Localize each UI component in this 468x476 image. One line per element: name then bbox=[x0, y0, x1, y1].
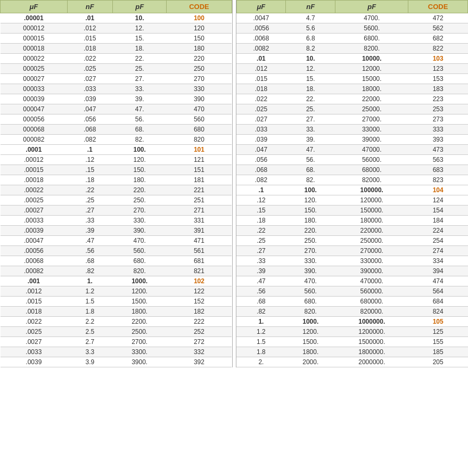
cell-nf: .33 bbox=[67, 216, 112, 226]
cell-code: 100 bbox=[167, 13, 232, 23]
cell-code: 472 bbox=[408, 13, 468, 23]
cell-pf: 1000000. bbox=[335, 317, 408, 327]
cell-pf: 8200. bbox=[335, 44, 408, 54]
cell-code: 150 bbox=[167, 34, 232, 44]
cell-nf: 39. bbox=[286, 135, 335, 145]
cell-uf: .00068 bbox=[1, 256, 68, 266]
cell-pf: 15. bbox=[112, 34, 166, 44]
cell-uf: .056 bbox=[236, 155, 286, 165]
cell-uf: .047 bbox=[236, 145, 286, 155]
table-row: .01515.15000.153 bbox=[236, 74, 468, 84]
cell-uf: .68 bbox=[236, 297, 286, 307]
table-row: .00022.22220.221 bbox=[1, 185, 232, 195]
cell-pf: 270. bbox=[112, 206, 166, 216]
table-row: .00828.28200.822 bbox=[236, 44, 468, 54]
cell-code: 250 bbox=[167, 64, 232, 74]
cell-code: 102 bbox=[167, 276, 232, 286]
cell-nf: 390. bbox=[286, 266, 335, 276]
cell-nf: 82. bbox=[286, 175, 335, 185]
col-header-nf: nF bbox=[286, 1, 335, 13]
table-row: .33330.330000.334 bbox=[236, 256, 468, 266]
cell-pf: 470000. bbox=[335, 276, 408, 286]
cell-nf: .01 bbox=[67, 13, 112, 23]
cell-code: 392 bbox=[167, 357, 232, 367]
cell-pf: 4700. bbox=[335, 13, 408, 23]
cell-nf: 560. bbox=[286, 286, 335, 297]
cell-uf: .0068 bbox=[236, 34, 286, 44]
cell-pf: 2200. bbox=[112, 317, 166, 327]
cell-pf: 180000. bbox=[335, 216, 408, 226]
cell-code: 252 bbox=[167, 327, 232, 337]
cell-code: 562 bbox=[408, 23, 468, 34]
cell-nf: 2.7 bbox=[67, 337, 112, 347]
cell-pf: 3900. bbox=[112, 357, 166, 367]
cell-pf: 68. bbox=[112, 125, 166, 135]
table-row: 000012.01212.120 bbox=[1, 23, 232, 34]
cell-nf: 18. bbox=[286, 84, 335, 94]
cell-nf: .56 bbox=[67, 246, 112, 256]
cell-uf: 000056 bbox=[1, 114, 68, 125]
cell-nf: .1 bbox=[67, 145, 112, 155]
cell-nf: 25. bbox=[286, 104, 335, 114]
table-row: .0110.10000.103 bbox=[236, 54, 468, 64]
cell-code: 820 bbox=[167, 135, 232, 145]
cell-uf: 000012 bbox=[1, 23, 68, 34]
cell-pf: 10000. bbox=[335, 54, 408, 64]
cell-code: 185 bbox=[408, 347, 468, 357]
cell-nf: 47. bbox=[286, 145, 335, 155]
table-row: .00015.15150.151 bbox=[1, 165, 232, 175]
cell-pf: 220. bbox=[112, 185, 166, 195]
table-row: 1.51500.1500000.155 bbox=[236, 337, 468, 347]
cell-nf: 4.7 bbox=[286, 13, 335, 23]
table-row: .00027.27270.271 bbox=[1, 206, 232, 216]
table-row: .00121.21200.122 bbox=[1, 286, 232, 297]
cell-uf: .00012 bbox=[1, 155, 68, 165]
cell-code: 822 bbox=[408, 44, 468, 54]
col-header-uf: μF bbox=[1, 1, 68, 13]
cell-nf: .82 bbox=[67, 266, 112, 276]
cell-uf: .0056 bbox=[236, 23, 286, 34]
table-row: .0001.1100.101 bbox=[1, 145, 232, 155]
cell-uf: .082 bbox=[236, 175, 286, 185]
cell-code: 184 bbox=[408, 216, 468, 226]
cell-pf: 390. bbox=[112, 226, 166, 236]
cell-pf: 39000. bbox=[335, 135, 408, 145]
table-row: 000018.01818.180 bbox=[1, 44, 232, 54]
cell-uf: .47 bbox=[236, 276, 286, 286]
cell-nf: 270. bbox=[286, 246, 335, 256]
cell-nf: .022 bbox=[67, 54, 112, 64]
table-row: .00333.33300.332 bbox=[1, 347, 232, 357]
cell-code: 390 bbox=[167, 94, 232, 104]
cell-pf: 1800000. bbox=[335, 347, 408, 357]
table-row: .05656.56000.563 bbox=[236, 155, 468, 165]
cell-nf: .39 bbox=[67, 226, 112, 236]
table-row: 000082.08282.820 bbox=[1, 135, 232, 145]
cell-uf: .0027 bbox=[1, 337, 68, 347]
cell-code: 561 bbox=[167, 246, 232, 256]
cell-pf: 1000. bbox=[112, 276, 166, 286]
table-row: .68680.680000.684 bbox=[236, 297, 468, 307]
table-row: .47470.470000.474 bbox=[236, 276, 468, 286]
cell-uf: .56 bbox=[236, 286, 286, 297]
cell-code: 680 bbox=[167, 125, 232, 135]
cell-uf: 000018 bbox=[1, 44, 68, 54]
cell-nf: 12. bbox=[286, 64, 335, 74]
cell-pf: 150. bbox=[112, 165, 166, 175]
cell-pf: 220000. bbox=[335, 226, 408, 236]
cell-pf: 100000. bbox=[335, 185, 408, 195]
cell-pf: 250000. bbox=[335, 236, 408, 246]
table-row: .00686.86800.682 bbox=[236, 34, 468, 44]
table-row: .04747.47000.473 bbox=[236, 145, 468, 155]
cell-pf: 47000. bbox=[335, 145, 408, 155]
cell-nf: .027 bbox=[67, 74, 112, 84]
cell-nf: .047 bbox=[67, 104, 112, 114]
cell-pf: 150000. bbox=[335, 206, 408, 216]
cell-nf: 27. bbox=[286, 114, 335, 125]
col-header-code: CODE bbox=[167, 1, 232, 13]
left-table: μFnFpFCODE.00001.0110.100000012.01212.12… bbox=[0, 0, 232, 367]
cell-code: 101 bbox=[167, 145, 232, 155]
cell-nf: 10. bbox=[286, 54, 335, 64]
table-row: .06868.68000.683 bbox=[236, 165, 468, 175]
cell-nf: 1500. bbox=[286, 337, 335, 347]
cell-code: 221 bbox=[167, 185, 232, 195]
